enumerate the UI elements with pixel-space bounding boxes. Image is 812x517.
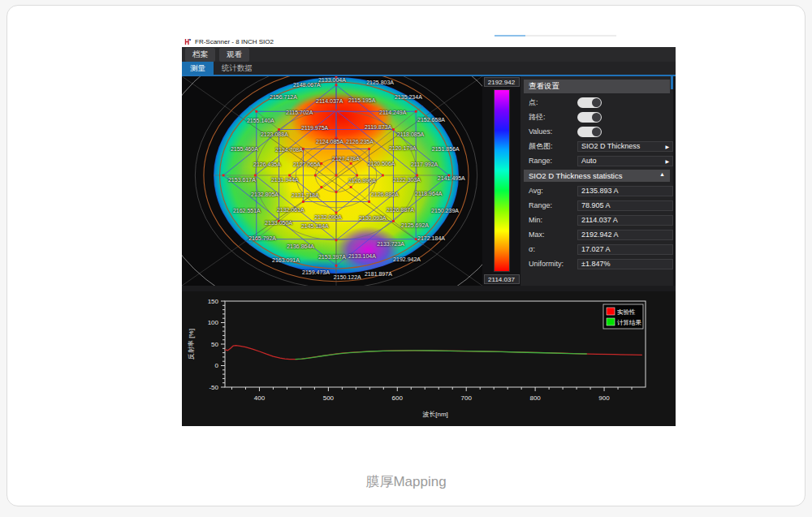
dropdown-select[interactable]: Auto▶ <box>577 156 673 166</box>
toggle-switch[interactable] <box>577 112 602 123</box>
app-logo-icon <box>184 38 192 45</box>
stat-row-0: Avg:2135.893 A <box>520 183 673 198</box>
toggle-switch[interactable] <box>577 127 602 137</box>
stat-label: Avg: <box>529 187 574 195</box>
point-value-label: 2127.478A <box>332 156 360 162</box>
point-value-label: 2135.234A <box>395 94 422 100</box>
point-value-label: 2172.184A <box>417 235 445 241</box>
toggle-switch[interactable] <box>577 97 602 108</box>
point-value-label: 2145.184A <box>301 223 329 229</box>
point-value-label: 2120.506A <box>368 161 395 166</box>
dropdown-label: Range: <box>529 157 574 165</box>
point-value-label: 2124.085A <box>316 139 343 144</box>
point-value-label: 2141.495A <box>438 175 465 181</box>
page-card: FR-Scanner - 8 INCH SIO2 档案观看 测量统计数据 213… <box>6 5 806 506</box>
statistics-header[interactable]: SIO2 D Thickness statistics ▲ <box>524 170 670 182</box>
dropdown-select[interactable]: SIO2 D Thickness▶ <box>577 141 673 152</box>
stat-value: 2135.893 A <box>577 186 673 196</box>
point-value-label: 2126.882A <box>371 192 399 197</box>
point-value-label: 2163.091A <box>272 257 300 263</box>
toggle-row-1: 路径: <box>520 110 673 124</box>
point-value-label: 2126.887A <box>387 207 414 213</box>
title-bar: FR-Scanner - 8 INCH SIO2 <box>182 37 676 47</box>
colorbar-gradient <box>494 89 510 272</box>
colorbar-max-value: 2192.942 <box>484 77 520 87</box>
wafer-value-labels: 2133.004A2148.067A2125.803A2156.712A2114… <box>182 76 482 286</box>
stat-row-3: Max:2192.942 A <box>520 227 673 242</box>
colorbar-min-value: 2114.037 <box>484 274 520 284</box>
point-value-label: 2151.856A <box>432 146 460 152</box>
svg-text:700: 700 <box>461 394 473 402</box>
point-value-label: 2131.718A <box>292 192 319 198</box>
dropdown-arrow-icon: ▶ <box>665 158 669 164</box>
point-value-label: 2114.249A <box>379 110 406 115</box>
point-value-label: 2123.088A <box>261 131 288 137</box>
svg-text:500: 500 <box>323 394 335 402</box>
tab-0[interactable]: 测量 <box>182 62 214 75</box>
point-value-label: 2162.551A <box>233 208 261 213</box>
stat-value: 17.027 A <box>577 244 673 255</box>
point-value-label: 2122.303A <box>393 177 421 183</box>
point-value-label: 2125.803A <box>366 80 394 85</box>
stat-label: Max: <box>529 230 574 239</box>
point-value-label: 2152.658A <box>417 117 445 123</box>
point-value-label: 2148.067A <box>293 82 321 88</box>
view-settings-title: 查看设置 <box>529 81 559 92</box>
stat-row-1: Range:78.905 A <box>520 198 673 213</box>
point-value-label: 2133.004A <box>318 77 346 83</box>
dropdown-value: Auto <box>581 157 665 165</box>
menu-bar: 档案观看 <box>182 47 676 62</box>
point-value-label: 2118.085A <box>397 131 424 137</box>
stat-value: 2114.037 A <box>577 215 673 226</box>
point-value-label: 2133.723A <box>377 241 404 247</box>
point-value-label: 2126.235A <box>346 139 374 144</box>
point-value-label: 2125.692A <box>401 222 429 228</box>
point-value-label: 2181.897A <box>365 271 392 277</box>
point-value-label: 2126.996A <box>348 178 376 183</box>
tab-1[interactable]: 统计数据 <box>214 62 261 75</box>
point-value-label: 2131.944A <box>271 177 299 183</box>
point-value-label: 2117.992A <box>411 162 438 167</box>
point-value-label: 2133.104A <box>348 253 376 259</box>
point-value-label: 2115.195A <box>348 97 375 103</box>
wafer-map-canvas[interactable]: 2133.004A2148.067A2125.803A2156.712A2114… <box>182 76 482 286</box>
menu-item-0[interactable]: 档案 <box>185 48 215 62</box>
point-value-label: 2153.397A <box>318 254 346 260</box>
stat-row-2: Min:2114.037 A <box>520 213 673 227</box>
toggle-knob <box>592 127 601 136</box>
svg-text:150: 150 <box>208 298 219 305</box>
svg-text:0: 0 <box>215 362 219 369</box>
dropdown-label: 颜色图: <box>529 141 574 152</box>
svg-text:波长[nm]: 波长[nm] <box>422 411 448 418</box>
scrollbar-thumb[interactable] <box>671 76 673 89</box>
dropdown-value: SIO2 D Thickness <box>581 142 665 150</box>
point-value-label: 2130.093A <box>359 215 387 221</box>
spectrum-panel: 400500600700800900150100500-50波长[nm]反射率 … <box>182 291 676 426</box>
stat-value: 78.905 A <box>577 200 673 211</box>
panel-gap <box>182 286 676 291</box>
statistics-title: SIO2 D Thickness statistics <box>529 171 622 180</box>
point-value-label: 2150.122A <box>334 274 361 280</box>
menu-item-1[interactable]: 观看 <box>219 48 249 62</box>
toggle-label: Values: <box>529 127 574 136</box>
toggle-row-2: Values: <box>520 124 673 139</box>
svg-text:600: 600 <box>392 394 404 402</box>
point-value-label: 2126.435A <box>253 162 281 167</box>
stat-label: Uniformity: <box>529 260 574 268</box>
dropdown-arrow-icon: ▶ <box>665 144 669 149</box>
point-value-label: 2150.239A <box>431 208 459 213</box>
toggle-knob <box>592 98 601 107</box>
stat-row-5: Uniformity:±1.847% <box>520 256 673 271</box>
stat-label: Range: <box>529 201 574 209</box>
toggle-label: 点: <box>529 97 574 108</box>
toggle-label: 路径: <box>529 112 574 123</box>
collapse-icon[interactable]: ▲ <box>659 171 665 180</box>
svg-text:-50: -50 <box>209 384 218 391</box>
point-value-label: 2165.792A <box>248 235 276 241</box>
reflectance-chart: 400500600700800900150100500-50波长[nm]反射率 … <box>182 291 673 426</box>
image-caption: 膜厚Mapping <box>7 472 805 491</box>
colorbar-column: 2192.942 2114.037 <box>482 76 520 286</box>
point-value-label: 2114.037A <box>316 98 343 104</box>
svg-text:900: 900 <box>598 394 610 402</box>
svg-text:计算结果: 计算结果 <box>617 319 642 326</box>
